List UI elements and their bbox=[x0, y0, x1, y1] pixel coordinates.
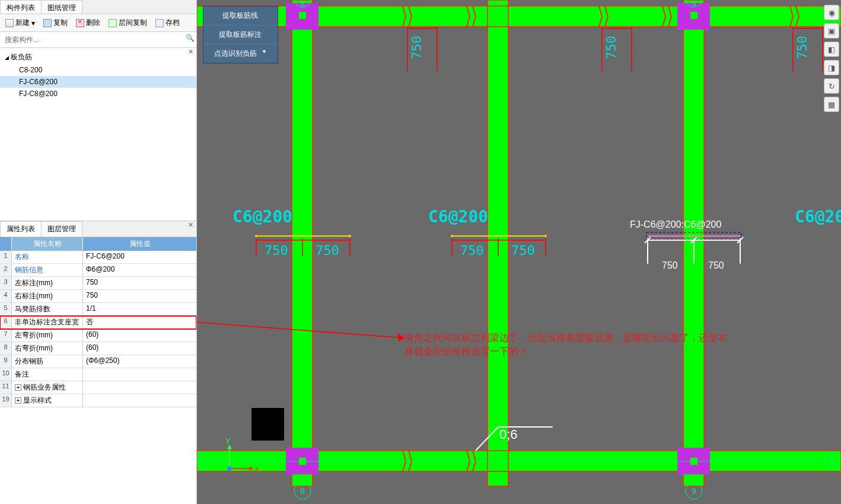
prop-value[interactable]: (Φ6@250) bbox=[83, 355, 196, 368]
dim-top: 750 bbox=[795, 36, 810, 59]
svg-point-23 bbox=[544, 235, 547, 237]
dim-top: 750 bbox=[604, 36, 619, 59]
svg-rect-35 bbox=[251, 408, 284, 441]
prop-row[interactable]: 7左弯折(mm)(60) bbox=[0, 329, 196, 342]
rebar-label: C6@200 bbox=[232, 207, 292, 227]
prop-row[interactable]: 11+钢筋业务属性 bbox=[0, 381, 196, 394]
prop-value[interactable]: 否 bbox=[83, 316, 196, 328]
prop-row[interactable]: 19+显示样式 bbox=[0, 394, 196, 407]
dim-mid: 750 bbox=[511, 243, 535, 258]
cube2-icon[interactable]: ◨ bbox=[824, 60, 839, 75]
svg-rect-14 bbox=[299, 12, 306, 19]
prop-value[interactable]: 1/1 bbox=[83, 303, 196, 315]
prop-row[interactable]: 3左标注(mm)750 bbox=[0, 277, 196, 290]
prop-name: 分布钢筋 bbox=[12, 355, 83, 368]
prop-value[interactable]: (60) bbox=[83, 329, 196, 342]
point-recognize-button[interactable]: 点选识别负筋▼ bbox=[203, 44, 278, 63]
props-close-icon[interactable]: ✕ bbox=[186, 221, 195, 229]
dim-mid: 750 bbox=[265, 243, 288, 258]
prop-row[interactable]: 4右标注(mm)750 bbox=[0, 290, 196, 303]
annotation-line1: 突然之间可以标志到梁边了，但是没根都需要设置，是哪里出问题了，还是本 bbox=[404, 333, 727, 343]
save-icon bbox=[155, 19, 164, 27]
prop-name: 右弯折(mm) bbox=[12, 342, 83, 355]
save-button[interactable]: 存档 bbox=[152, 17, 183, 29]
copy-button[interactable]: 复制 bbox=[40, 17, 71, 29]
panel-close-icon[interactable]: ✕ bbox=[186, 48, 195, 56]
props-tabs: 属性列表 图层管理 bbox=[0, 221, 196, 237]
tree-root[interactable]: 板负筋 bbox=[0, 50, 196, 64]
dim-mid: 750 bbox=[316, 243, 339, 258]
prop-name: 左标注(mm) bbox=[12, 277, 83, 289]
tab-drawing-mgmt[interactable]: 图纸管理 bbox=[41, 0, 82, 14]
dim-white: 750 bbox=[662, 260, 678, 270]
prop-row[interactable]: 8右弯折(mm)(60) bbox=[0, 342, 196, 355]
new-button[interactable]: 新建 ▾ bbox=[2, 17, 38, 29]
cube3d-icon[interactable]: ▣ bbox=[824, 23, 839, 39]
prop-name: 名称 bbox=[12, 251, 83, 263]
tab-props[interactable]: 属性列表 bbox=[0, 221, 42, 237]
prop-value[interactable]: (60) bbox=[83, 342, 196, 355]
tree-leaf[interactable]: FJ-C8@200 bbox=[0, 88, 196, 100]
svg-rect-15 bbox=[690, 12, 697, 19]
right-toolbar: ◉ ▣ ◧ ◨ ↻ ▦ bbox=[824, 5, 839, 112]
delete-icon bbox=[76, 19, 84, 27]
tree-leaf[interactable]: FJ-C6@200 bbox=[0, 76, 196, 88]
new-icon bbox=[5, 19, 14, 27]
prop-value[interactable]: Φ6@200 bbox=[83, 264, 196, 276]
props-body: 1名称FJ-C6@2002钢筋信息Φ6@2003左标注(mm)7504右标注(m… bbox=[0, 251, 196, 504]
prop-row[interactable]: 9分布钢筋(Φ6@250) bbox=[0, 355, 196, 368]
svg-point-20 bbox=[349, 235, 351, 237]
props-header: 属性名称 属性值 bbox=[0, 237, 196, 251]
tab-component-list[interactable]: 构件列表 bbox=[0, 0, 42, 14]
prop-row[interactable]: 2钢筋信息Φ6@200 bbox=[0, 264, 196, 277]
rebar-label: C6@200 bbox=[795, 207, 841, 227]
svg-marker-42 bbox=[227, 445, 232, 449]
selected-label: FJ-C6@200:C6@200 bbox=[630, 219, 721, 229]
view3d-icon[interactable]: ◉ bbox=[824, 5, 839, 20]
component-toolbar: 新建 ▾ 复制 删除 层间复制 存档 bbox=[0, 14, 196, 32]
prop-name: +钢筋业务属性 bbox=[12, 381, 83, 394]
delete-button[interactable]: 删除 bbox=[73, 17, 103, 29]
prop-name: 非单边标注含支座宽 bbox=[12, 316, 83, 328]
prop-name: 马凳筋排数 bbox=[12, 303, 83, 315]
grid-bubble: 8 bbox=[300, 0, 305, 9]
prop-value[interactable] bbox=[83, 394, 196, 407]
col-prop-name: 属性名称 bbox=[12, 237, 83, 251]
prop-row[interactable]: 10备注 bbox=[0, 368, 196, 381]
dim-top: 750 bbox=[409, 36, 424, 59]
layer-copy-button[interactable]: 层间复制 bbox=[106, 17, 150, 29]
grid-bubble: L bbox=[202, 457, 206, 466]
grid-bubble: 8 bbox=[300, 486, 305, 496]
svg-point-19 bbox=[255, 235, 257, 237]
prop-value[interactable]: 750 bbox=[83, 290, 196, 302]
svg-text:x: x bbox=[255, 464, 259, 473]
prop-row[interactable]: 6非单边标注含支座宽否 bbox=[0, 316, 196, 329]
drawing-svg: 750 750 750 C6@200 C6@200 C6@200 750 750… bbox=[197, 0, 841, 504]
component-tree: ✕ 板负筋 C8-200 FJ-C6@200 FJ-C8@200 bbox=[0, 48, 196, 221]
prop-row[interactable]: 1名称FJ-C6@200 bbox=[0, 251, 196, 264]
svg-marker-37 bbox=[397, 333, 404, 342]
grid-bubble: 9 bbox=[692, 486, 696, 496]
svg-point-44 bbox=[227, 466, 232, 471]
search-input[interactable] bbox=[2, 34, 185, 46]
rotate-icon[interactable]: ↻ bbox=[824, 78, 839, 94]
bottom-dim: 0;6 bbox=[499, 427, 518, 442]
prop-row[interactable]: 5马凳筋排数1/1 bbox=[0, 303, 196, 316]
grid-icon[interactable]: ▦ bbox=[824, 97, 839, 112]
extract-rebar-line-button[interactable]: 提取板筋线 bbox=[203, 7, 278, 25]
prop-value[interactable] bbox=[83, 381, 196, 394]
prop-name: 右标注(mm) bbox=[12, 290, 83, 302]
prop-value[interactable]: 750 bbox=[83, 277, 196, 289]
extract-rebar-annot-button[interactable]: 提取板筋标注 bbox=[203, 25, 278, 44]
viewport[interactable]: 750 750 750 C6@200 C6@200 C6@200 750 750… bbox=[197, 0, 841, 504]
prop-value[interactable] bbox=[83, 368, 196, 381]
tab-layers[interactable]: 图层管理 bbox=[41, 221, 82, 237]
svg-text:Y: Y bbox=[225, 437, 230, 445]
cube-icon[interactable]: ◧ bbox=[824, 42, 839, 57]
prop-name: 备注 bbox=[12, 368, 83, 381]
tree-leaf[interactable]: C8-200 bbox=[0, 64, 196, 76]
svg-point-22 bbox=[451, 235, 453, 237]
prop-value[interactable]: FJ-C6@200 bbox=[83, 251, 196, 263]
search-icon[interactable]: 🔍 bbox=[185, 34, 195, 46]
col-prop-value: 属性值 bbox=[83, 237, 196, 251]
